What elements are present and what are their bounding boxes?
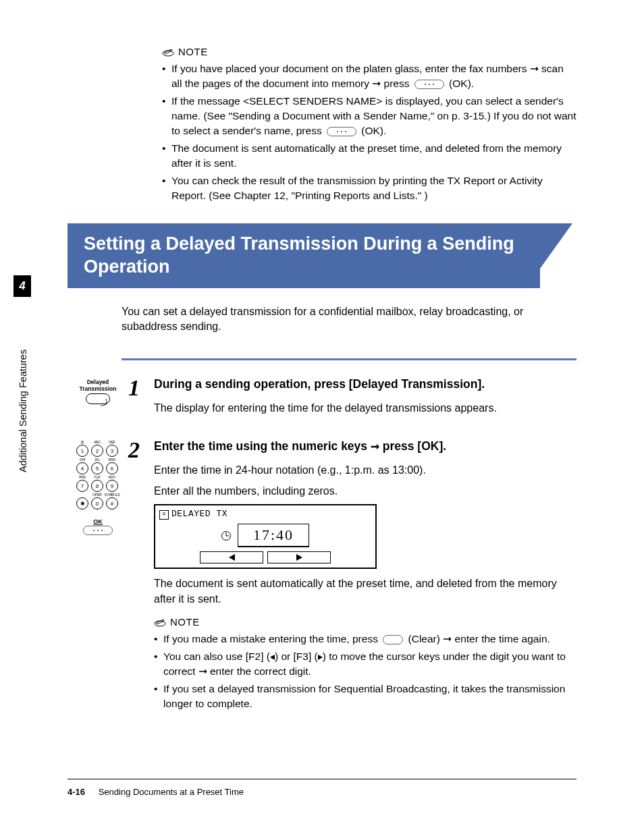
step-2: @1 ABC2 DEF3 GHI4 JKL5 MNO6 PRS7 TUV8 WX… [68,439,576,714]
step-2-body-2: Enter all the numbers, including zeros. [154,483,576,499]
step-1-heading: During a sending operation, press [Delay… [154,377,576,392]
ok-button-icon [414,80,444,89]
step-2-body-3: The document is sent automatically at th… [154,576,576,607]
lcd-time-value: 17:40 [238,524,309,547]
note1-item-1: If the message <SELECT SENDERS NAME> is … [162,94,576,138]
note1-item-3: You can check the result of the transmis… [162,173,576,203]
key-5: JKL5 [91,462,103,474]
note1-item-0: If you have placed your document on the … [162,61,576,91]
note-label: NOTE [170,616,200,628]
step-number-2: 2 [128,439,149,462]
footer: 4-16 Sending Documents at a Preset Time [68,787,244,797]
note2-item-2: If you set a delayed transmission for Se… [154,682,576,711]
step-2-heading: Enter the time using the numeric keys ➞ … [154,439,576,454]
key-star: ✱ [76,497,88,509]
step-2-body-1: Enter the time in 24-hour notation (e.g.… [154,462,576,478]
page-number: 4-16 [68,787,85,797]
key-3: DEF3 [106,445,118,457]
note-label: NOTE [178,46,208,57]
chapter-caption: Additional Sending Features [18,350,28,472]
note-icon [162,47,174,57]
divider [122,358,576,360]
note2-item-1: You can also use [F2] () or [F3] () to m… [154,649,576,679]
clear-button-icon [383,635,403,644]
lcd-panel: ≡ DELAYED TX 17:40 [154,504,377,569]
note2-item-0: If you made a mistake entering the time,… [154,632,576,646]
key-2: ABC2 [91,445,103,457]
key-8: TUV8 [91,480,103,492]
step-1-body: The display for entering the time for th… [154,400,576,416]
lcd-left-button [200,551,263,563]
note-block-2: NOTE If you made a mistake entering the … [154,616,576,711]
key-6: MNO6 [106,462,118,474]
step-number-1: 1 [128,377,149,399]
key-7: PRS7 [76,480,88,492]
key-hash: SYMBOLS# [106,497,118,509]
section-heading-banner: Setting a Delayed Transmission During a … [68,223,540,288]
triangle-left-icon [229,554,235,561]
chapter-tab: 4 [14,275,31,297]
lcd-right-button [267,551,331,563]
numeric-keypad-graphic: @1 ABC2 DEF3 GHI4 JKL5 MNO6 PRS7 TUV8 WX… [76,441,119,536]
delayed-transmission-key-graphic: Delayed Transmission [80,379,117,404]
key-9: WXY9 [106,480,118,492]
document-icon: ≡ [159,510,169,520]
footer-divider [68,779,576,779]
note-block-1: NOTE If you have placed your document on… [162,46,576,203]
ok-key-graphic: OK [76,518,119,536]
step-1: Delayed Transmission 1 During a sending … [68,377,576,421]
footer-title: Sending Documents at a Preset Time [99,787,244,797]
triangle-left-icon [270,655,275,660]
triangle-right-icon [296,554,302,561]
intro-paragraph: You can set a delayed transmission for a… [122,304,576,335]
clock-icon [221,531,231,541]
note1-item-2: The document is sent automatically at th… [162,141,576,171]
lcd-title: DELAYED TX [171,508,227,521]
ok-button-icon [327,127,356,136]
key-1: @1 [76,445,88,457]
note-icon [154,617,166,627]
key-0: OPER0 [91,497,103,509]
key-4: GHI4 [76,462,88,474]
triangle-right-icon [318,655,323,660]
